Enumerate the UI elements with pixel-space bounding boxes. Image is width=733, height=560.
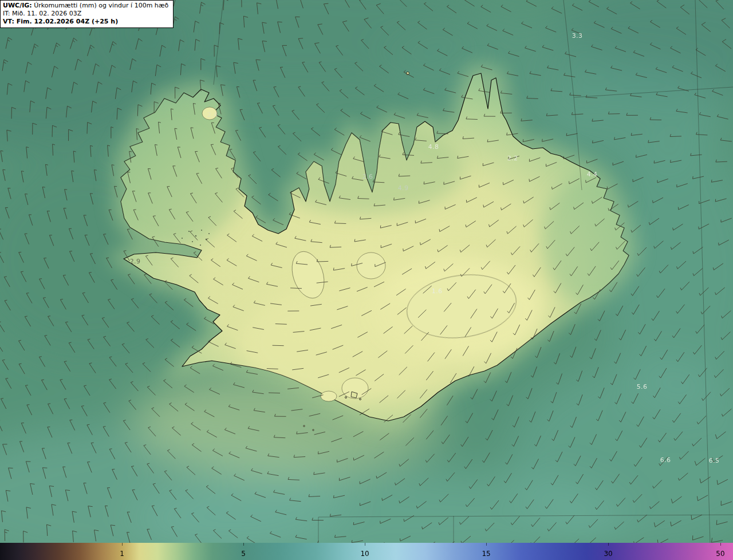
colorbar: 1510153050: [0, 543, 733, 560]
title-box: UWC/IG: Úrkomumætti (mm) og vindur í 100…: [0, 0, 174, 28]
init-time-label: IT:: [3, 10, 10, 17]
colorbar-tick-label: 50: [716, 550, 724, 558]
colorbar-tick-label: 30: [604, 550, 612, 558]
colorbar-tick-label: 10: [360, 550, 369, 558]
title-line: UWC/IG: Úrkomumætti (mm) og vindur í 100…: [3, 2, 168, 10]
colorbar-tick-label: 5: [241, 550, 246, 558]
valid-time-line: VT: Fim. 12.02.2026 04Z (+25 h): [3, 18, 168, 26]
colorbar-tick: [486, 543, 487, 546]
init-time-value: Mið. 11. 02. 2026 03Z: [10, 10, 81, 17]
map-canvas: [0, 0, 733, 543]
colorbar-tick: [365, 543, 365, 546]
colorbar-tick: [608, 543, 609, 546]
colorbar-tick: [243, 543, 244, 546]
weather-map-page: 3.32.44.82.24.42.64.92.91.65.66.66.5 UWC…: [0, 0, 733, 560]
colorbar-tick-label: 15: [482, 550, 490, 558]
valid-time-label: VT:: [3, 18, 14, 25]
init-time-line: IT: Mið. 11. 02. 2026 03Z: [3, 10, 168, 18]
model-name: UWC/IG:: [3, 2, 32, 9]
valid-time-value: Fim. 12.02.2026 04Z (+25 h): [14, 18, 118, 25]
colorbar-tick: [720, 543, 721, 546]
colorbar-tick: [122, 543, 123, 546]
map-title: Úrkomumætti (mm) og vindur í 100m hæð: [32, 2, 169, 9]
colorbar-tick-label: 1: [120, 550, 124, 558]
